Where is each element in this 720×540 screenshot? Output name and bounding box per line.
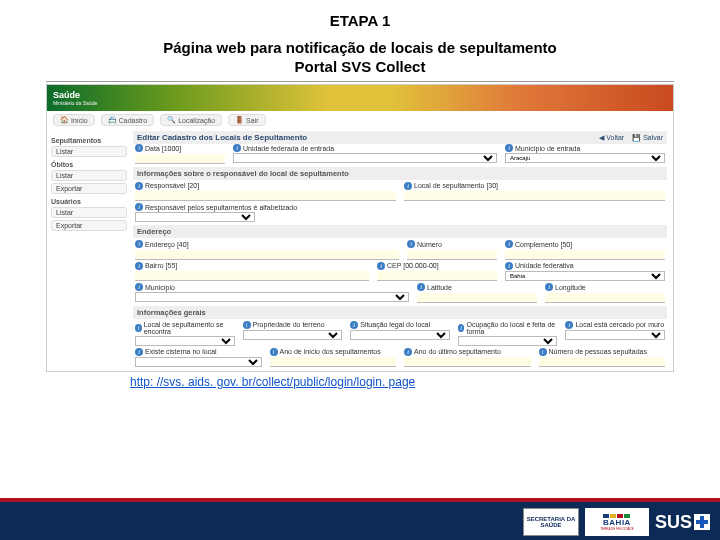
g5-select[interactable] [565,330,665,340]
longitude-input[interactable] [545,293,665,303]
section-responsavel: Informações sobre o responsável do local… [133,167,667,180]
label-data: Data [1000] [145,145,181,152]
page-subtitle: Portal SVS Collect [0,58,720,75]
complemento-input[interactable] [505,250,665,260]
sidebar-item-exportar-usr[interactable]: Exportar [51,220,127,231]
label-municipio: Município [145,284,175,291]
info-icon: i [458,324,465,332]
info-icon: i [545,283,553,291]
save-button[interactable]: 💾Salvar [632,134,663,142]
cep-input[interactable] [377,271,497,281]
g1-select[interactable] [135,336,235,346]
back-icon: ◀ [599,134,604,142]
g4-select[interactable] [458,336,558,346]
info-icon: i [350,321,358,329]
card-icon: 📇 [108,116,117,124]
info-icon: i [565,321,573,329]
label-responsavel: Responsável [20] [145,182,199,189]
label-g2: Propriedade do terreno [253,321,325,328]
section-gerais: Informações gerais [133,306,667,319]
alfabetizado-select[interactable] [135,212,255,222]
label-g3: Situação legal do local [360,321,430,328]
info-icon: i [135,283,143,291]
sidebar-item-listar-obitos[interactable]: Listar [51,170,127,181]
banner-subtitle: Ministério da Saúde [53,100,97,106]
sidebar: Sepultamentos Listar Óbitos Listar Expor… [47,129,131,371]
sidebar-item-listar-sep[interactable]: Listar [51,146,127,157]
info-icon: i [377,262,385,270]
info-icon: i [135,240,143,248]
label-mun-entrada: Município de entrada [515,145,580,152]
label-longitude: Longitude [555,284,586,291]
info-icon: i [505,262,513,270]
label-cep: CEP [00.000-00] [387,262,439,269]
info-icon: i [243,321,251,329]
logo-bahia: BAHIA TERRA DE FELICIDADE [585,508,649,536]
responsavel-input[interactable] [135,191,396,201]
bairro-input[interactable] [135,271,369,281]
label-h4: Número de pessoas sepultadas [549,348,647,355]
tab-sair[interactable]: 🚪Sair [228,114,265,126]
screenshot-panel: Saúde Ministério da Saúde 🏠Início 📇Cadas… [46,84,674,372]
numero-input[interactable] [407,250,497,260]
label-uf: Unidade federativa [515,262,574,269]
step-title: ETAPA 1 [0,12,720,29]
panel-header: Editar Cadastro dos Locais de Sepultamen… [133,131,667,144]
label-h1: Existe cisterna no local [145,348,217,355]
g2-select[interactable] [243,330,343,340]
section-endereco: Endereço [133,225,667,238]
form-main: Editar Cadastro dos Locais de Sepultamen… [131,129,673,371]
mun-entrada-select[interactable]: Aracaju [505,153,665,163]
divider [46,81,674,82]
info-icon: i [270,348,278,356]
sidebar-item-listar-usr[interactable]: Listar [51,207,127,218]
label-local-sep: Local de sepultamento [30] [414,182,498,189]
label-latitude: Latitude [427,284,452,291]
portal-link[interactable]: http: //svs. aids. gov. br/collect/publi… [130,375,415,389]
page-title: Página web para notificação de locais de… [0,39,720,56]
save-icon: 💾 [632,134,641,142]
back-button[interactable]: ◀Voltar [599,134,624,142]
info-icon: i [135,182,143,190]
h2-input[interactable] [270,357,397,367]
label-numero: Número [417,241,442,248]
portal-banner: Saúde Ministério da Saúde [47,85,673,111]
info-icon: i [407,240,415,248]
label-endereco: Endereço [40] [145,241,189,248]
tab-cadastro[interactable]: 📇Cadastro [101,114,154,126]
h3-input[interactable] [404,357,531,367]
info-icon: i [135,348,143,356]
h4-input[interactable] [539,357,666,367]
info-icon: i [505,144,513,152]
uf-select[interactable]: Bahia [505,271,665,281]
tab-localizacao[interactable]: 🔍Localização [160,114,222,126]
municipio-select[interactable] [135,292,409,302]
banner-title: Saúde [53,91,97,100]
g3-select[interactable] [350,330,450,340]
endereco-input[interactable] [135,250,399,260]
sidebar-item-exportar-obitos[interactable]: Exportar [51,183,127,194]
label-h2: Ano de início dos sepultamentos [280,348,381,355]
uf-entrada-select[interactable] [233,153,497,163]
exit-icon: 🚪 [235,116,244,124]
plus-icon [694,514,710,530]
info-icon: i [417,283,425,291]
info-icon: i [135,203,143,211]
h1-select[interactable] [135,357,262,367]
search-icon: 🔍 [167,116,176,124]
label-alfabetizado: Responsável pelos sepultamentos é alfabe… [145,204,297,211]
label-uf-entrada: Unidade federada de entrada [243,145,334,152]
panel-title-text: Editar Cadastro dos Locais de Sepultamen… [137,133,307,142]
label-complemento: Complemento [50] [515,241,572,248]
label-bairro: Bairro [55] [145,262,177,269]
tab-inicio[interactable]: 🏠Início [53,114,95,126]
info-icon: i [404,348,412,356]
info-icon: i [135,324,142,332]
latitude-input[interactable] [417,293,537,303]
label-g1: Local de sepultamento se encontra [144,321,235,335]
data-input[interactable] [135,154,225,164]
local-sep-input[interactable] [404,191,665,201]
slide-footer: SECRETARIA DA SAÚDE BAHIA TERRA DE FELIC… [0,498,720,540]
label-g4: Ocupação do local é feita de forma [466,321,557,335]
sidebar-head-sepultamentos: Sepultamentos [51,137,127,144]
